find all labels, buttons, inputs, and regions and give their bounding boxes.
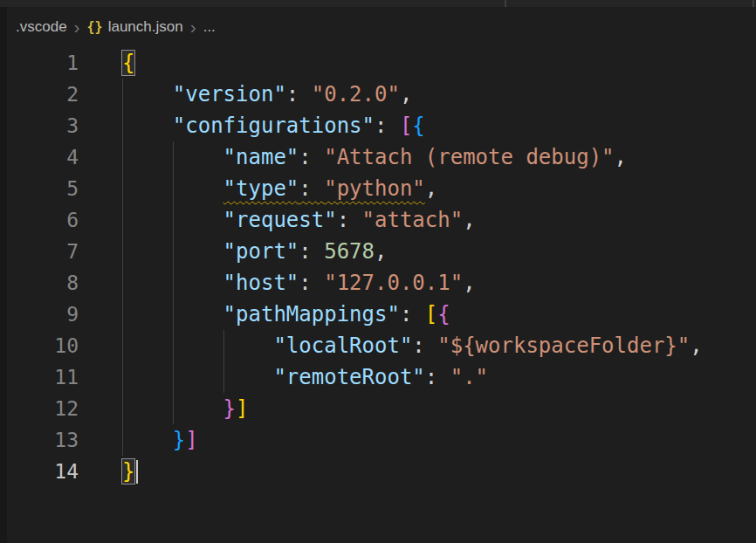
breadcrumb-item-symbols[interactable]: ... (203, 18, 216, 36)
tab-separator (505, 0, 506, 7)
line-number[interactable]: 2 (0, 79, 79, 110)
matched-bracket: } (122, 459, 134, 484)
line-number[interactable]: 7 (0, 236, 79, 267)
code-token: "type" (223, 176, 299, 201)
code-token: : (425, 365, 450, 389)
json-braces-icon: {} (87, 19, 103, 35)
code-token: "remoteRoot" (273, 365, 424, 389)
indent-guide-line (122, 330, 123, 361)
tab-separator (753, 0, 754, 7)
indent-guide-line (122, 299, 123, 330)
code-line-content[interactable]: "name": "Attach (remote debug)", (122, 141, 627, 173)
code-token: : (286, 82, 312, 107)
code-token: , (463, 208, 475, 232)
line-number[interactable]: 11 (0, 361, 79, 393)
line-number[interactable]: 5 (0, 173, 79, 204)
chevron-right-icon: › (74, 17, 80, 36)
line-number[interactable]: 14 (0, 456, 79, 487)
indent-guide-line (173, 330, 174, 361)
code-token: : (412, 333, 437, 358)
code-token: [ (425, 302, 437, 326)
code-line-content[interactable]: }] (122, 424, 198, 456)
code-token: : (400, 302, 425, 326)
code-line: 14} (0, 456, 756, 487)
line-number[interactable]: 12 (0, 393, 79, 424)
code-line-content[interactable]: { (122, 47, 134, 79)
code-line: 9"pathMappings": [{ (0, 299, 756, 330)
code-token: , (400, 82, 412, 107)
code-line-content[interactable]: } (122, 456, 138, 487)
indent-guide-line (122, 267, 123, 299)
line-number[interactable]: 3 (0, 110, 79, 141)
indent-guide-line (223, 361, 224, 393)
code-token: : (299, 176, 324, 201)
code-token: [ (400, 113, 412, 138)
code-line: 7"port": 5678, (0, 236, 756, 267)
code-token: "localRoot" (273, 333, 412, 358)
indent-guide-line (122, 424, 123, 456)
code-token: , (690, 333, 702, 358)
code-token: : (337, 208, 362, 232)
code-token: , (615, 145, 627, 169)
line-number[interactable]: 9 (0, 299, 79, 330)
code-line: 4"name": "Attach (remote debug)", (0, 141, 756, 173)
indent-guide-line (122, 361, 123, 393)
code-line-content[interactable]: "request": "attach", (122, 204, 476, 236)
code-editor-window: .vscode › {} launch.json › ... 1{2"versi… (0, 0, 756, 543)
code-token: "python" (324, 176, 425, 201)
line-number[interactable]: 8 (0, 267, 79, 299)
code-line-content[interactable]: "remoteRoot": "." (122, 361, 488, 393)
code-token: "request" (223, 208, 337, 232)
indent-guide-line (173, 236, 174, 267)
code-token: "0.2.0" (312, 82, 400, 107)
line-number[interactable]: 1 (0, 47, 79, 79)
code-line-content[interactable]: "host": "127.0.0.1", (122, 267, 476, 299)
editor-lines: 1{2"version": "0.2.0",3"configurations":… (0, 47, 756, 487)
code-line-content[interactable]: "pathMappings": [{ (122, 299, 450, 330)
code-line: 6"request": "attach", (0, 204, 756, 236)
code-token: ] (185, 428, 197, 452)
code-line-content[interactable]: "localRoot": "${workspaceFolder}", (122, 330, 703, 361)
code-token: "configurations" (173, 113, 375, 138)
code-token: "127.0.0.1" (324, 271, 463, 295)
code-token: "version" (173, 82, 286, 107)
code-line-content[interactable]: "configurations": [{ (122, 110, 425, 141)
code-token: 5678 (324, 239, 375, 264)
code-token: : (299, 239, 324, 264)
code-line: 8"host": "127.0.0.1", (0, 267, 756, 299)
code-line: 2"version": "0.2.0", (0, 79, 756, 110)
breadcrumb-item-file[interactable]: {} launch.json (87, 18, 183, 36)
code-line: 11"remoteRoot": "." (0, 361, 756, 393)
code-line-content[interactable]: "type": "python", (122, 173, 437, 204)
line-number[interactable]: 13 (0, 424, 79, 456)
indent-guide-line (173, 299, 174, 330)
line-number[interactable]: 4 (0, 141, 79, 173)
matched-bracket: { (122, 51, 134, 75)
breadcrumb-item-folder[interactable]: .vscode (16, 18, 67, 36)
code-token: { (412, 113, 424, 138)
code-line: 10"localRoot": "${workspaceFolder}", (0, 330, 756, 361)
line-number[interactable]: 10 (0, 330, 79, 361)
line-number[interactable]: 6 (0, 204, 79, 236)
code-token: "pathMappings" (223, 302, 400, 326)
tab-bar-strip (0, 0, 756, 7)
indent-guide-line (122, 79, 123, 110)
code-token: } (223, 396, 236, 421)
indent-guide-line (122, 141, 123, 173)
indent-guide-line (223, 330, 224, 361)
code-line-content[interactable]: "version": "0.2.0", (122, 79, 412, 110)
code-line: 13}] (0, 424, 756, 456)
code-line-content[interactable]: }] (122, 393, 249, 424)
indent-guide-line (122, 236, 123, 267)
code-token: "attach" (362, 208, 464, 232)
indent-guide-line (173, 267, 174, 299)
code-token: , (463, 271, 475, 295)
chevron-right-icon: › (190, 17, 196, 36)
code-token: "Attach (remote debug)" (324, 145, 614, 169)
code-token: "port" (223, 239, 299, 264)
text-cursor (136, 460, 138, 484)
code-line-content[interactable]: "port": 5678, (122, 236, 387, 267)
indent-guide-line (122, 204, 123, 236)
editor-left-edge (0, 7, 7, 543)
code-token: , (375, 239, 387, 264)
